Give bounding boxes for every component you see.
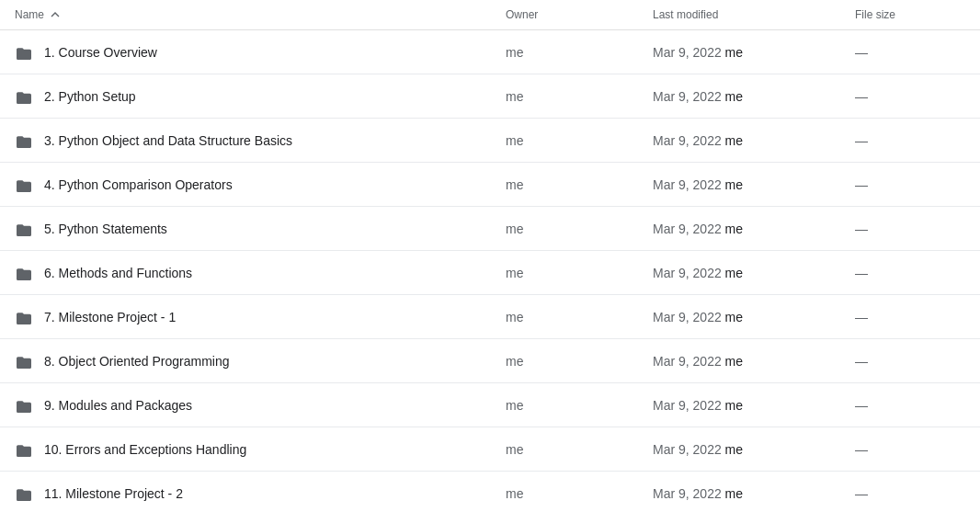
row-modified-cell: Mar 9, 2022 me	[653, 177, 855, 192]
row-owner-cell: me	[506, 89, 653, 104]
folder-icon	[15, 131, 33, 150]
table-row[interactable]: 1. Course Overview me Mar 9, 2022 me —	[0, 30, 980, 74]
row-size-cell: —	[855, 89, 965, 104]
table-row[interactable]: 10. Errors and Exceptions Handling me Ma…	[0, 427, 980, 472]
row-name-cell: 4. Python Comparison Operators	[15, 176, 506, 194]
row-owner-cell: me	[506, 398, 653, 413]
modified-by: me	[725, 310, 743, 324]
row-size-cell: —	[855, 354, 965, 369]
row-owner-cell: me	[506, 266, 653, 280]
row-name-cell: 1. Course Overview	[15, 43, 506, 62]
row-name-text: 5. Python Statements	[44, 222, 167, 236]
table-body: 1. Course Overview me Mar 9, 2022 me — 2…	[0, 30, 980, 512]
modified-by: me	[725, 486, 743, 501]
row-owner-cell: me	[506, 354, 653, 369]
row-modified-cell: Mar 9, 2022 me	[653, 310, 855, 324]
row-name-cell: 9. Modules and Packages	[15, 396, 506, 415]
modified-by: me	[725, 45, 743, 60]
table-row[interactable]: 3. Python Object and Data Structure Basi…	[0, 119, 980, 163]
row-name-text: 1. Course Overview	[44, 45, 157, 60]
row-modified-cell: Mar 9, 2022 me	[653, 222, 855, 236]
row-name-cell: 8. Object Oriented Programming	[15, 352, 506, 370]
modified-by: me	[725, 354, 743, 369]
row-modified-cell: Mar 9, 2022 me	[653, 133, 855, 148]
row-size-cell: —	[855, 222, 965, 236]
folder-icon	[15, 43, 33, 62]
row-name-cell: 11. Milestone Project - 2	[15, 484, 506, 503]
row-modified-cell: Mar 9, 2022 me	[653, 442, 855, 457]
row-name-text: 7. Milestone Project - 1	[44, 310, 176, 324]
row-name-text: 8. Object Oriented Programming	[44, 354, 230, 369]
row-name-text: 10. Errors and Exceptions Handling	[44, 442, 246, 457]
row-name-cell: 10. Errors and Exceptions Handling	[15, 440, 506, 459]
file-table: Name Owner Last modified File size	[0, 0, 980, 512]
row-name-cell: 7. Milestone Project - 1	[15, 308, 506, 326]
modified-by: me	[725, 133, 743, 148]
row-name-text: 4. Python Comparison Operators	[44, 177, 233, 192]
folder-icon	[15, 176, 33, 194]
modified-by: me	[725, 89, 743, 104]
table-row[interactable]: 4. Python Comparison Operators me Mar 9,…	[0, 163, 980, 207]
table-row[interactable]: 5. Python Statements me Mar 9, 2022 me —	[0, 207, 980, 251]
row-owner-cell: me	[506, 486, 653, 501]
folder-icon	[15, 264, 33, 282]
modified-by: me	[725, 442, 743, 457]
table-row[interactable]: 2. Python Setup me Mar 9, 2022 me —	[0, 74, 980, 119]
row-owner-cell: me	[506, 177, 653, 192]
row-name-text: 9. Modules and Packages	[44, 398, 192, 413]
table-header: Name Owner Last modified File size	[0, 0, 980, 30]
table-row[interactable]: 7. Milestone Project - 1 me Mar 9, 2022 …	[0, 295, 980, 339]
size-column-header: File size	[855, 8, 965, 21]
row-modified-cell: Mar 9, 2022 me	[653, 45, 855, 60]
row-size-cell: —	[855, 486, 965, 501]
row-owner-cell: me	[506, 133, 653, 148]
row-name-text: 2. Python Setup	[44, 89, 136, 104]
folder-icon	[15, 484, 33, 503]
modified-by: me	[725, 177, 743, 192]
row-name-cell: 3. Python Object and Data Structure Basi…	[15, 131, 506, 150]
sort-ascending-icon	[48, 7, 63, 22]
row-size-cell: —	[855, 45, 965, 60]
row-name-text: 6. Methods and Functions	[44, 266, 192, 280]
table-row[interactable]: 8. Object Oriented Programming me Mar 9,…	[0, 339, 980, 383]
folder-icon	[15, 308, 33, 326]
name-header-label: Name	[15, 8, 44, 21]
row-owner-cell: me	[506, 222, 653, 236]
row-size-cell: —	[855, 133, 965, 148]
row-modified-cell: Mar 9, 2022 me	[653, 266, 855, 280]
table-row[interactable]: 6. Methods and Functions me Mar 9, 2022 …	[0, 251, 980, 295]
row-name-cell: 2. Python Setup	[15, 87, 506, 106]
modified-column-header: Last modified	[653, 8, 855, 21]
row-size-cell: —	[855, 177, 965, 192]
row-modified-cell: Mar 9, 2022 me	[653, 398, 855, 413]
row-modified-cell: Mar 9, 2022 me	[653, 89, 855, 104]
row-name-text: 3. Python Object and Data Structure Basi…	[44, 133, 292, 148]
folder-icon	[15, 87, 33, 106]
owner-column-header: Owner	[506, 8, 653, 21]
row-size-cell: —	[855, 310, 965, 324]
folder-icon	[15, 352, 33, 370]
row-name-text: 11. Milestone Project - 2	[44, 486, 183, 501]
row-modified-cell: Mar 9, 2022 me	[653, 354, 855, 369]
folder-icon	[15, 220, 33, 238]
row-size-cell: —	[855, 266, 965, 280]
row-modified-cell: Mar 9, 2022 me	[653, 486, 855, 501]
row-size-cell: —	[855, 442, 965, 457]
row-owner-cell: me	[506, 442, 653, 457]
row-size-cell: —	[855, 398, 965, 413]
modified-by: me	[725, 398, 743, 413]
row-name-cell: 5. Python Statements	[15, 220, 506, 238]
row-name-cell: 6. Methods and Functions	[15, 264, 506, 282]
modified-by: me	[725, 266, 743, 280]
table-row[interactable]: 9. Modules and Packages me Mar 9, 2022 m…	[0, 383, 980, 427]
row-owner-cell: me	[506, 45, 653, 60]
row-owner-cell: me	[506, 310, 653, 324]
folder-icon	[15, 440, 33, 459]
name-column-header[interactable]: Name	[15, 7, 506, 22]
folder-icon	[15, 396, 33, 415]
table-row[interactable]: 11. Milestone Project - 2 me Mar 9, 2022…	[0, 472, 980, 512]
modified-by: me	[725, 222, 743, 236]
